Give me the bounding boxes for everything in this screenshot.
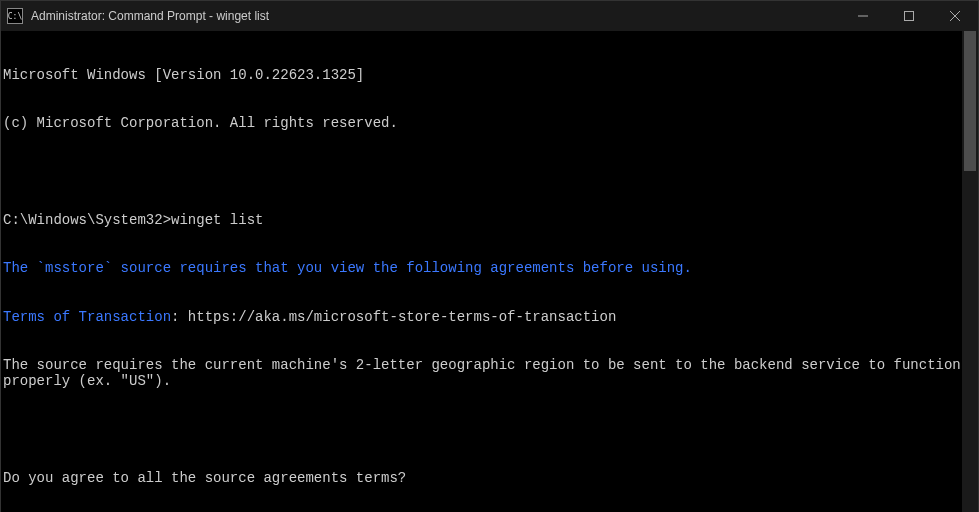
terminal-output[interactable]: Microsoft Windows [Version 10.0.22623.13… [1, 31, 978, 512]
prompt-path: C:\Windows\System32> [3, 212, 171, 228]
app-icon-label: C:\ [8, 12, 22, 21]
scrollbar-thumb[interactable] [964, 31, 976, 171]
terms-url: https://aka.ms/microsoft-store-terms-of-… [188, 309, 616, 325]
close-button[interactable] [932, 1, 978, 31]
window-title: Administrator: Command Prompt - winget l… [31, 9, 269, 23]
agreement-question: Do you agree to all the source agreement… [3, 470, 976, 486]
minimize-button[interactable] [840, 1, 886, 31]
vertical-scrollbar[interactable] [962, 31, 978, 512]
prompt-line: C:\Windows\System32>winget list [3, 212, 976, 228]
blank-line-2 [3, 421, 976, 437]
minimize-icon [858, 11, 868, 21]
maximize-icon [904, 11, 914, 21]
msstore-notice: The `msstore` source requires that you v… [3, 260, 976, 276]
close-icon [950, 11, 960, 21]
maximize-button[interactable] [886, 1, 932, 31]
terms-label: Terms of Transaction [3, 309, 171, 325]
blank-line [3, 164, 976, 180]
svg-rect-1 [905, 12, 914, 21]
command-prompt-window: C:\ Administrator: Command Prompt - wing… [0, 0, 979, 512]
version-line: Microsoft Windows [Version 10.0.22623.13… [3, 67, 976, 83]
region-notice: The source requires the current machine'… [3, 357, 976, 389]
command-text: winget list [171, 212, 263, 228]
titlebar[interactable]: C:\ Administrator: Command Prompt - wing… [1, 1, 978, 31]
terms-separator: : [171, 309, 188, 325]
terms-line: Terms of Transaction: https://aka.ms/mic… [3, 309, 976, 325]
copyright-line: (c) Microsoft Corporation. All rights re… [3, 115, 976, 131]
app-icon: C:\ [7, 8, 23, 24]
